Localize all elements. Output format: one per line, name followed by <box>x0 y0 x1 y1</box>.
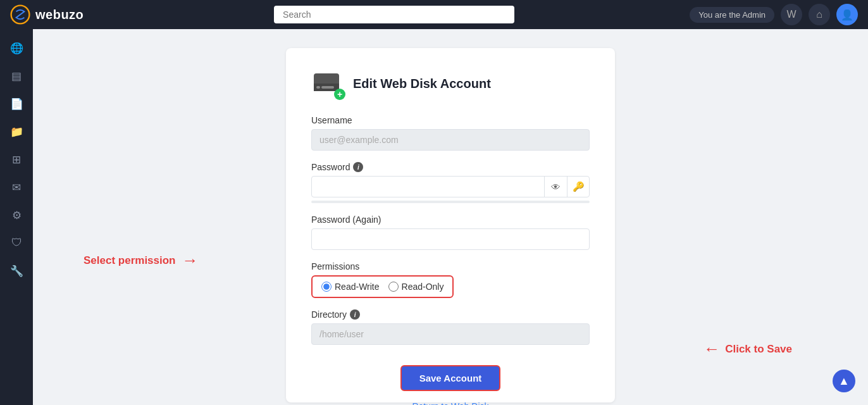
password-group: Password i 👁 🔑 <box>311 162 590 203</box>
chevron-up-icon: ▲ <box>838 375 850 388</box>
perm-read-only-label: Read-Only <box>402 282 444 292</box>
password-icons: 👁 🔑 <box>544 176 590 197</box>
sidebar: 🌐 ▤ 📄 📁 ⊞ ✉ ⚙ 🛡 🔧 <box>0 29 33 405</box>
card-header: + Edit Web Disk Account <box>311 67 590 100</box>
username-group: Username <box>311 115 590 151</box>
password-label: Password i <box>311 162 590 172</box>
search-bar-container <box>106 6 682 23</box>
permissions-group: Permissions Read-Write Read-Only <box>311 261 590 298</box>
key-icon: 🔑 <box>573 181 585 192</box>
top-navigation: webuzo You are the Admin W ⌂ 👤 <box>0 0 868 29</box>
perm-read-write-label: Read-Write <box>335 282 380 292</box>
password-input-wrap: 👁 🔑 <box>311 176 590 197</box>
main-layout: 🌐 ▤ 📄 📁 ⊞ ✉ ⚙ 🛡 🔧 Select permission <box>0 29 868 405</box>
sidebar-item-folder[interactable]: 📁 <box>4 119 29 144</box>
sidebar-item-tools[interactable]: 🔧 <box>4 258 29 284</box>
edit-web-disk-form-card: + Edit Web Disk Account Username Passwor… <box>286 48 615 402</box>
password-again-input[interactable] <box>311 228 590 250</box>
generate-password-button[interactable]: 🔑 <box>567 176 590 197</box>
disk-plus-icon: + <box>334 89 345 100</box>
perm-read-only-radio[interactable] <box>388 282 399 292</box>
logo: webuzo <box>10 4 99 25</box>
perm-read-write-option[interactable]: Read-Write <box>321 282 380 292</box>
click-to-save-label: Click to Save <box>725 343 792 356</box>
home-icon-button[interactable]: ⌂ <box>809 4 830 25</box>
admin-badge: You are the Admin <box>690 7 774 23</box>
shield-icon: 🛡 <box>11 237 22 249</box>
permissions-label: Permissions <box>311 261 590 271</box>
directory-info-icon[interactable]: i <box>350 309 360 320</box>
scroll-to-top-button[interactable]: ▲ <box>833 370 855 392</box>
sidebar-item-shield[interactable]: 🛡 <box>4 230 29 256</box>
sidebar-item-database[interactable]: ▤ <box>4 63 29 89</box>
directory-label: Directory i <box>311 309 590 320</box>
user-icon: 👤 <box>841 9 853 21</box>
eye-icon: 👁 <box>551 182 561 192</box>
arrow-left-save-icon: ← <box>704 339 720 359</box>
select-permission-label: Select permission <box>84 254 176 267</box>
perm-read-only-option[interactable]: Read-Only <box>388 282 444 292</box>
user-icon-button[interactable]: 👤 <box>836 4 858 25</box>
directory-group: Directory i <box>311 309 590 345</box>
webuzo-logo-icon <box>10 4 30 25</box>
grid-icon: ⊞ <box>12 153 21 166</box>
username-label: Username <box>311 115 590 125</box>
username-input <box>311 129 590 151</box>
globe-icon: 🌐 <box>10 42 23 55</box>
wordpress-icon-button[interactable]: W <box>781 4 802 25</box>
logo-text: webuzo <box>35 8 84 22</box>
svg-rect-4 <box>321 86 334 89</box>
save-button-container: Save Account <box>311 356 590 391</box>
wrench-icon: 🔧 <box>10 265 23 278</box>
password-strength-bar <box>311 201 590 203</box>
password-again-group: Password (Again) <box>311 215 590 250</box>
return-to-web-disk-link[interactable]: Return to Web Disk <box>311 401 590 405</box>
nav-right: You are the Admin W ⌂ 👤 <box>690 4 858 25</box>
perm-read-write-radio[interactable] <box>321 282 332 292</box>
settings-icon: ⚙ <box>12 209 22 222</box>
folder-icon: 📁 <box>10 125 23 139</box>
sidebar-item-grid[interactable]: ⊞ <box>4 147 29 172</box>
svg-rect-3 <box>316 86 320 89</box>
form-title: Edit Web Disk Account <box>353 77 491 91</box>
sidebar-item-settings[interactable]: ⚙ <box>4 202 29 228</box>
sidebar-item-mail[interactable]: ✉ <box>4 175 29 200</box>
file-icon: 📄 <box>10 97 23 111</box>
mail-icon: ✉ <box>12 181 21 194</box>
disk-icon-wrapper: + <box>311 67 344 100</box>
home-icon: ⌂ <box>816 9 822 20</box>
sidebar-item-file[interactable]: 📄 <box>4 91 29 116</box>
content-area: Select permission → ← Click to Save <box>33 29 868 405</box>
sidebar-item-globe[interactable]: 🌐 <box>4 35 29 61</box>
permissions-box: Read-Write Read-Only <box>311 275 454 298</box>
directory-input <box>311 323 590 345</box>
password-info-icon[interactable]: i <box>353 162 363 172</box>
database-icon: ▤ <box>11 70 22 83</box>
wordpress-icon: W <box>786 9 796 20</box>
save-account-button[interactable]: Save Account <box>400 365 501 391</box>
password-again-label: Password (Again) <box>311 215 590 225</box>
search-input[interactable] <box>274 6 514 23</box>
show-password-button[interactable]: 👁 <box>544 176 567 197</box>
arrow-right-icon: → <box>182 251 199 270</box>
